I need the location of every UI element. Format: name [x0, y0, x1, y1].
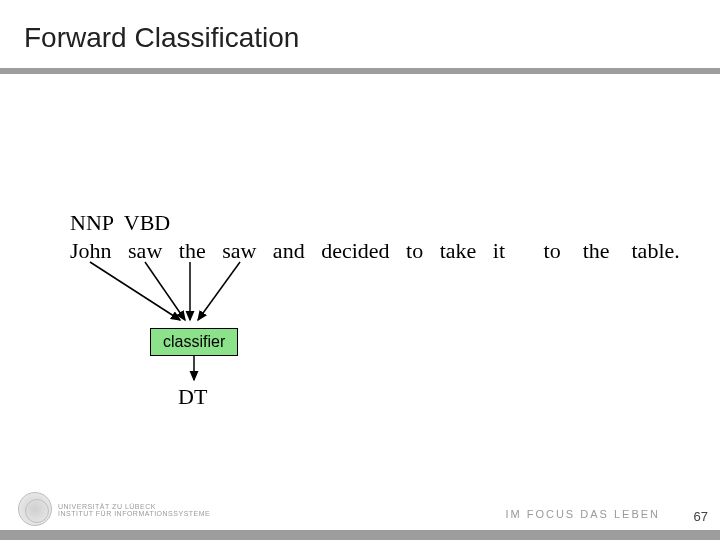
- input-arrows: [70, 258, 470, 328]
- slogan-text: IM FOCUS DAS LEBEN: [505, 508, 660, 520]
- page-number: 67: [694, 509, 708, 524]
- university-name: UNIVERSITÄT ZU LÜBECK INSTITUT FÜR INFOR…: [58, 503, 210, 518]
- svg-line-3: [198, 262, 240, 320]
- footer-bar: [0, 530, 720, 540]
- output-arrow: [186, 354, 202, 388]
- svg-line-1: [145, 262, 185, 320]
- title-divider: [0, 68, 720, 74]
- footer-slogan: IM FOCUS DAS LEBEN: [505, 508, 660, 520]
- output-tag: DT: [178, 384, 207, 410]
- slide-title: Forward Classification: [24, 22, 299, 54]
- university-seal-icon: [18, 492, 52, 526]
- university-line2: INSTITUT FÜR INFORMATIONSSYSTEME: [58, 510, 210, 518]
- content-block: NNP VBD John saw the saw and decided to …: [70, 210, 680, 264]
- classifier-box: classifier: [150, 328, 238, 356]
- slide: Forward Classification NNP VBD John saw …: [0, 0, 720, 540]
- pos-tags-row: NNP VBD: [70, 210, 680, 236]
- svg-line-0: [90, 262, 180, 320]
- university-line1: UNIVERSITÄT ZU LÜBECK: [58, 503, 210, 511]
